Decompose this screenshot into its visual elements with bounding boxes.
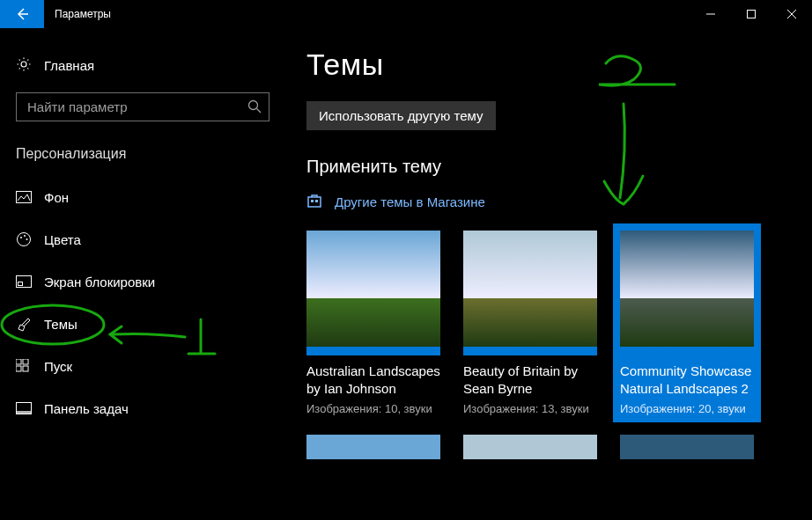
theme-card-selected[interactable]: Community Showcase Natural Landscapes 2 … <box>620 231 754 415</box>
theme-thumbnail <box>620 435 754 459</box>
sidebar-item-themes[interactable]: Темы <box>0 303 291 345</box>
window-title: Параметры <box>44 0 111 28</box>
sidebar-item-colors[interactable]: Цвета <box>0 218 291 260</box>
arrow-left-icon <box>14 6 30 22</box>
svg-point-1 <box>249 101 258 110</box>
theme-thumbnail <box>463 231 597 355</box>
theme-meta: Изображения: 13, звуки <box>463 402 597 415</box>
theme-card[interactable] <box>620 435 754 459</box>
titlebar: Параметры <box>0 0 812 28</box>
store-link[interactable]: Другие темы в Магазине <box>306 193 787 211</box>
themes-grid: Australian Landscapes by Ian Johnson Изо… <box>306 231 787 415</box>
search-input[interactable] <box>16 92 269 121</box>
theme-card[interactable]: Australian Landscapes by Ian Johnson Изо… <box>306 231 440 415</box>
sidebar-item-label: Пуск <box>44 359 72 374</box>
palette-icon <box>16 231 44 247</box>
svg-rect-16 <box>311 200 314 202</box>
store-icon <box>306 193 322 211</box>
theme-card[interactable] <box>306 435 440 459</box>
main-content: Темы Использовать другую тему Применить … <box>291 28 812 520</box>
svg-rect-0 <box>748 11 756 18</box>
picture-icon <box>16 191 44 203</box>
search-icon <box>247 99 262 118</box>
back-button[interactable] <box>0 0 44 28</box>
start-icon <box>16 359 44 373</box>
theme-meta: Изображения: 10, звуки <box>306 402 440 415</box>
theme-thumbnail <box>306 231 440 355</box>
sidebar-item-start[interactable]: Пуск <box>0 345 291 387</box>
theme-title: Australian Landscapes by Ian Johnson <box>306 363 440 399</box>
svg-rect-8 <box>18 282 23 286</box>
sidebar-item-background[interactable]: Фон <box>0 176 291 218</box>
svg-point-5 <box>24 235 26 237</box>
theme-card[interactable] <box>463 435 597 459</box>
lockscreen-icon <box>16 275 44 288</box>
close-icon <box>787 10 796 18</box>
svg-rect-12 <box>23 366 28 371</box>
theme-title: Community Showcase Natural Landscapes 2 <box>620 363 754 399</box>
sidebar-item-label: Темы <box>44 317 78 332</box>
gear-icon <box>16 56 32 75</box>
svg-rect-15 <box>308 197 321 207</box>
minimize-button[interactable] <box>690 0 731 28</box>
taskbar-icon <box>16 402 44 414</box>
home-label: Главная <box>44 58 94 73</box>
sidebar: Главная Персонализация Фон Цвета <box>0 28 291 520</box>
apply-theme-label: Применить тему <box>306 157 787 177</box>
theme-card[interactable]: Beauty of Britain by Sean Byrne Изображе… <box>463 231 597 415</box>
theme-thumbnail <box>620 231 754 355</box>
svg-rect-9 <box>16 359 21 364</box>
brush-icon <box>16 316 44 332</box>
sidebar-item-label: Цвета <box>44 232 81 247</box>
store-link-label: Другие темы в Магазине <box>335 194 485 209</box>
close-button[interactable] <box>771 0 812 28</box>
theme-thumbnail <box>306 435 440 459</box>
svg-rect-2 <box>17 192 32 203</box>
svg-point-3 <box>18 233 31 246</box>
theme-thumbnail <box>463 435 597 459</box>
sidebar-item-label: Экран блокировки <box>44 275 155 289</box>
svg-rect-11 <box>16 366 21 371</box>
search-input-wrap <box>16 92 269 121</box>
minimize-icon <box>706 10 715 18</box>
sidebar-item-taskbar[interactable]: Панель задач <box>0 387 291 429</box>
sidebar-item-lockscreen[interactable]: Экран блокировки <box>0 260 291 303</box>
use-other-theme-button[interactable]: Использовать другую тему <box>306 101 496 130</box>
page-heading: Темы <box>306 48 787 82</box>
svg-rect-14 <box>17 411 31 414</box>
sidebar-item-label: Панель задач <box>44 401 129 416</box>
category-label: Персонализация <box>0 137 291 176</box>
svg-point-6 <box>26 238 28 240</box>
themes-grid-row2 <box>306 435 787 459</box>
svg-point-4 <box>20 237 22 238</box>
home-nav[interactable]: Главная <box>0 46 291 85</box>
maximize-icon <box>747 10 756 18</box>
maximize-button[interactable] <box>731 0 771 28</box>
svg-rect-10 <box>23 359 28 364</box>
theme-meta: Изображения: 20, звуки <box>620 402 754 415</box>
svg-rect-17 <box>315 200 318 202</box>
sidebar-item-label: Фон <box>44 190 69 205</box>
theme-title: Beauty of Britain by Sean Byrne <box>463 363 597 399</box>
